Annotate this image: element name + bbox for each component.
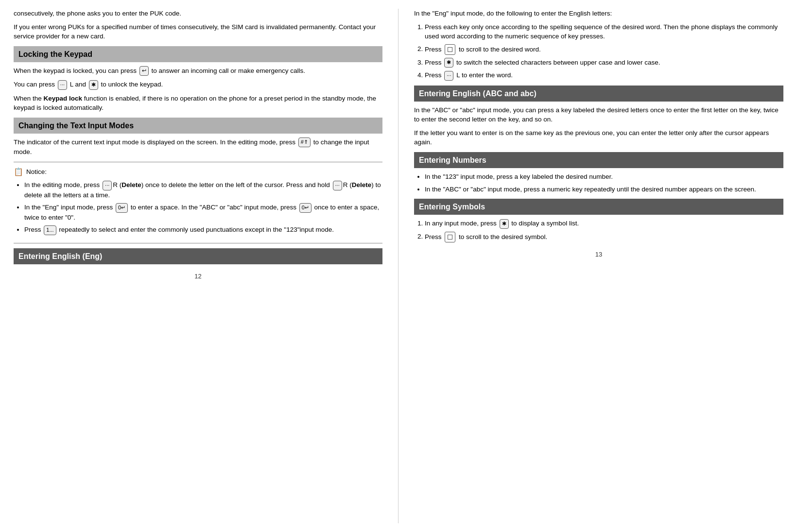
text-input-para: The indicator of the current text input … bbox=[14, 137, 382, 157]
numbers-item-2: In the "ABC" or "abc" input mode, press … bbox=[425, 185, 783, 194]
symbols-step-1: In any input mode, press ✱ to display a … bbox=[425, 219, 783, 228]
menu-key-icon: ··· bbox=[58, 80, 67, 90]
numbers-list: In the "123" input mode, press a key lab… bbox=[425, 172, 783, 194]
locking-keypad-header: Locking the Keypad bbox=[14, 46, 382, 62]
abc-para2: If the letter you want to enter is on th… bbox=[414, 128, 783, 147]
locking-para2: You can press ··· L and ✱ to unlock the … bbox=[14, 80, 382, 89]
eng-step-4: Press ··· L to enter the word. bbox=[425, 70, 783, 80]
puk-para2: If you enter wrong PUKs for a specified … bbox=[14, 22, 382, 41]
right-column: In the "Eng" input mode, do the followin… bbox=[398, 9, 783, 523]
eng-step-1: Press each key only once according to th… bbox=[425, 22, 783, 41]
numbers-item-1: In the "123" input mode, press a key lab… bbox=[425, 172, 783, 182]
notice-item-3: Press 1... repeatedly to select and ente… bbox=[24, 225, 382, 235]
menu-key2: ··· bbox=[444, 71, 453, 81]
star-key-icon: ✱ bbox=[89, 80, 98, 90]
symbols-step-2: Press to scroll to the desired symbol. bbox=[425, 232, 783, 242]
star-key2: ✱ bbox=[444, 58, 453, 68]
eng-step-2: Press to scroll to the desired word. bbox=[425, 44, 783, 55]
left-column: consecutively, the phone asks you to ent… bbox=[14, 9, 398, 523]
notice-label: Notice: bbox=[26, 167, 47, 177]
abc-header: Entering English (ABC and abc) bbox=[414, 86, 783, 102]
eng-steps-list: Press each key only once according to th… bbox=[425, 22, 783, 81]
notice-icon: 📋 bbox=[14, 166, 23, 177]
abc-para1: In the "ABC" or "abc" input mode, you ca… bbox=[414, 105, 783, 124]
one-key-icon: 1... bbox=[44, 225, 56, 235]
notice-box: 📋 Notice: In the editing mode, press ···… bbox=[14, 162, 382, 243]
call-key-icon: ↩ bbox=[139, 66, 149, 76]
notice-item-3-text: Press 1... repeatedly to select and ente… bbox=[24, 226, 334, 233]
del-key-icon-2: ··· bbox=[333, 181, 342, 190]
locking-para1: When the keypad is locked, you can press… bbox=[14, 66, 382, 76]
notice-item-1-text: In the editing mode, press ···R (Delete)… bbox=[24, 181, 381, 198]
del-key-icon-1: ··· bbox=[103, 181, 112, 190]
hash-key-icon: #⇑ bbox=[298, 137, 311, 147]
symbols-header: Entering Symbols bbox=[414, 199, 783, 215]
notice-item-2-text: In the "Eng" input mode, press 0↵ to ent… bbox=[24, 204, 379, 221]
entering-eng-header: Entering English (Eng) bbox=[14, 248, 382, 264]
notice-item-1: In the editing mode, press ···R (Delete)… bbox=[24, 180, 382, 200]
star-key3: ✱ bbox=[500, 219, 509, 229]
eng-intro: In the "Eng" input mode, do the followin… bbox=[414, 9, 783, 18]
notice-row: 📋 Notice: bbox=[14, 166, 382, 177]
symbols-steps-list: In any input mode, press ✱ to display a … bbox=[425, 219, 783, 242]
notice-item-2: In the "Eng" input mode, press 0↵ to ent… bbox=[24, 203, 382, 222]
right-page-number: 13 bbox=[414, 250, 783, 259]
locking-para3: When the Keypad lock function is enabled… bbox=[14, 94, 382, 113]
zero-key-icon-1: 0↵ bbox=[116, 203, 128, 213]
numbers-header: Entering Numbers bbox=[414, 152, 783, 168]
text-input-modes-header: Changing the Text Input Modes bbox=[14, 118, 382, 134]
zero-key-icon-2: 0↵ bbox=[299, 203, 312, 213]
puk-para1: consecutively, the phone asks you to ent… bbox=[14, 9, 382, 18]
left-page-number: 12 bbox=[14, 272, 382, 281]
eng-step-3: Press ✱ to switch the selected character… bbox=[425, 58, 783, 68]
notice-list: In the editing mode, press ···R (Delete)… bbox=[24, 180, 382, 235]
